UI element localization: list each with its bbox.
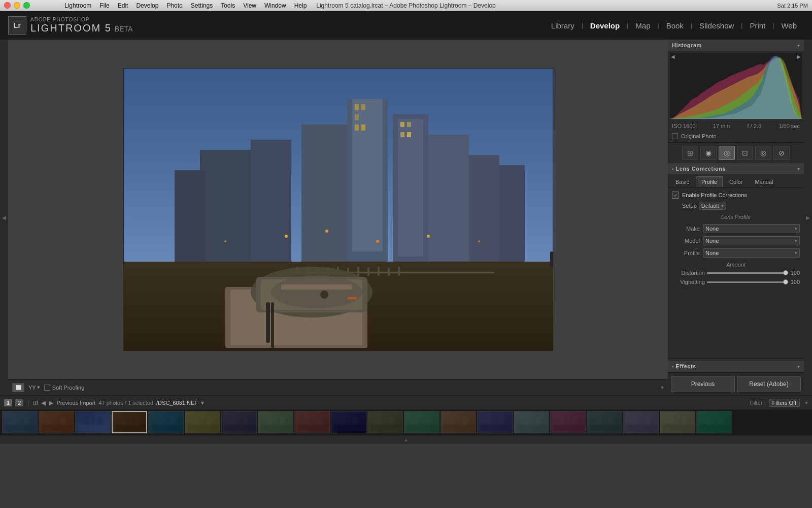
make-dropdown-arrow[interactable]: ▾ bbox=[795, 226, 797, 231]
file-dropdown-arrow[interactable]: ▾ bbox=[201, 399, 204, 406]
filter-select[interactable]: Filters Off bbox=[769, 399, 800, 407]
crop-tool-icon[interactable]: ◉ bbox=[700, 146, 717, 160]
film-thumbnail-12[interactable] bbox=[404, 411, 439, 433]
nav-library[interactable]: Library bbox=[544, 21, 582, 30]
soft-proofing-checkbox[interactable]: Soft Proofing bbox=[44, 385, 85, 391]
film-thumbnail-10[interactable] bbox=[331, 411, 366, 433]
lens-panel-collapse-icon[interactable]: ▪ bbox=[672, 166, 674, 172]
film-thumbnail-1[interactable] bbox=[2, 411, 38, 433]
tab-profile[interactable]: Profile bbox=[696, 176, 723, 187]
nav-map[interactable]: Map bbox=[628, 21, 657, 30]
menu-help[interactable]: Help bbox=[290, 2, 311, 9]
enable-profile-checkbox[interactable]: ✓ bbox=[672, 192, 679, 199]
film-thumbnail-6[interactable] bbox=[185, 411, 220, 433]
film-thumbnail-3[interactable] bbox=[75, 411, 111, 433]
film-thumbnail-8[interactable] bbox=[258, 411, 293, 433]
film-thumbnail-13[interactable] bbox=[441, 411, 476, 433]
filter-options-icon[interactable]: ▾ bbox=[805, 399, 808, 406]
histogram-collapse-arrow[interactable]: ▾ bbox=[797, 43, 800, 48]
adjustment-tool-icon[interactable]: ⊡ bbox=[737, 146, 753, 160]
svg-rect-91 bbox=[266, 416, 272, 425]
menu-window[interactable]: Window bbox=[260, 2, 290, 9]
histogram-header[interactable]: Histogram ▾ bbox=[668, 40, 804, 51]
distortion-slider[interactable] bbox=[707, 272, 786, 274]
retouch-tool-icon[interactable]: ◎ bbox=[755, 146, 771, 160]
next-nav-arrow[interactable]: ▶ bbox=[49, 399, 53, 406]
film-thumbnail-9[interactable] bbox=[294, 411, 330, 433]
toolbar-mode-dropdown[interactable]: ▾ bbox=[37, 384, 40, 391]
left-panel-toggle[interactable]: ◀ bbox=[0, 40, 8, 395]
menu-view[interactable]: View bbox=[239, 2, 260, 9]
film-thumbnail-17[interactable] bbox=[587, 411, 622, 433]
svg-point-25 bbox=[427, 235, 430, 238]
menu-tools[interactable]: Tools bbox=[217, 2, 239, 9]
bottom-handle[interactable]: ▲ bbox=[403, 437, 409, 442]
original-photo-checkbox[interactable] bbox=[672, 133, 678, 139]
view-mode-icon[interactable]: ⬜ bbox=[12, 383, 24, 392]
maximize-button[interactable] bbox=[23, 2, 30, 9]
film-thumbnail-5[interactable] bbox=[148, 411, 184, 433]
film-thumbnail-7[interactable] bbox=[221, 411, 257, 433]
menu-edit[interactable]: Edit bbox=[114, 2, 132, 9]
lens-corrections-header[interactable]: ▪ Lens Corrections ▾ bbox=[668, 163, 804, 174]
right-panel-toggle[interactable]: ▶ bbox=[804, 40, 812, 395]
current-file[interactable]: /DSC_6081.NEF bbox=[156, 400, 198, 406]
reset-button[interactable]: Reset (Adobe) bbox=[737, 376, 801, 392]
effects-header[interactable]: ▪ Effects ▾ bbox=[668, 361, 804, 372]
nav-slideshow[interactable]: Slideshow bbox=[692, 21, 741, 30]
tab-color[interactable]: Color bbox=[724, 176, 748, 187]
film-thumbnail-11[interactable] bbox=[367, 411, 403, 433]
grid-tool-icon[interactable]: ⊞ bbox=[682, 146, 698, 160]
soft-proof-check-box[interactable] bbox=[44, 385, 50, 391]
film-thumbnail-20[interactable] bbox=[696, 411, 732, 433]
prev-import-label[interactable]: Previous Import bbox=[56, 400, 95, 406]
tab-manual[interactable]: Manual bbox=[749, 176, 779, 187]
red-eye-tool-icon[interactable]: ⊘ bbox=[773, 146, 790, 160]
hist-clip-shadow[interactable]: ◀ bbox=[671, 54, 675, 59]
film-thumbnail-18[interactable] bbox=[623, 411, 659, 433]
setup-dropdown-arrow[interactable]: ▾ bbox=[721, 203, 724, 208]
toolbar-expand[interactable]: ▾ bbox=[661, 384, 664, 391]
window-controls[interactable] bbox=[4, 2, 30, 9]
setup-select[interactable]: Default ▾ bbox=[699, 202, 726, 210]
svg-rect-12 bbox=[407, 122, 411, 127]
develop-tool-icon[interactable]: ◎ bbox=[719, 146, 735, 160]
film-thumbnail-19[interactable] bbox=[660, 411, 695, 433]
main-layout: ◀ bbox=[0, 40, 812, 395]
film-thumbnail-14[interactable] bbox=[477, 411, 513, 433]
prev-nav-arrow[interactable]: ◀ bbox=[41, 399, 46, 406]
menu-settings[interactable]: Settings bbox=[187, 2, 217, 9]
nav-book[interactable]: Book bbox=[659, 21, 691, 30]
lens-corrections-arrow[interactable]: ▾ bbox=[797, 166, 800, 172]
menu-file[interactable]: File bbox=[95, 2, 113, 9]
filmstrip-tab-1[interactable]: 1 bbox=[4, 399, 12, 406]
close-button[interactable] bbox=[4, 2, 11, 9]
menu-photo[interactable]: Photo bbox=[162, 2, 186, 9]
film-thumbnail-16[interactable] bbox=[550, 411, 586, 433]
minimize-button[interactable] bbox=[14, 2, 20, 9]
effects-collapse-icon[interactable]: ▪ bbox=[672, 364, 674, 369]
model-select[interactable]: None ▾ bbox=[703, 236, 800, 245]
model-value: None bbox=[705, 238, 719, 244]
film-thumbnail-2[interactable] bbox=[39, 411, 74, 433]
hist-clip-highlight[interactable]: ▶ bbox=[797, 54, 801, 59]
nav-print[interactable]: Print bbox=[742, 21, 772, 30]
film-thumbnail-15[interactable] bbox=[514, 411, 549, 433]
nav-develop[interactable]: Develop bbox=[583, 21, 627, 30]
film-thumbnail-4[interactable] bbox=[112, 411, 147, 433]
model-dropdown-arrow[interactable]: ▾ bbox=[795, 238, 797, 243]
filmstrip-tab-2[interactable]: 2 bbox=[15, 399, 23, 406]
previous-button[interactable]: Previous bbox=[671, 376, 735, 392]
model-label: Model bbox=[672, 238, 700, 244]
vignetting-slider[interactable] bbox=[707, 281, 786, 283]
make-select[interactable]: None ▾ bbox=[703, 224, 800, 233]
effects-arrow[interactable]: ▾ bbox=[797, 364, 800, 369]
menu-develop[interactable]: Develop bbox=[132, 2, 162, 9]
nav-web[interactable]: Web bbox=[774, 21, 804, 30]
menu-bar: Lightroom File Edit Develop Photo Settin… bbox=[60, 2, 311, 9]
menu-lightroom[interactable]: Lightroom bbox=[60, 2, 95, 9]
grid-view-icon[interactable]: ⊞ bbox=[33, 399, 38, 406]
profile-select[interactable]: None ▾ bbox=[703, 248, 800, 258]
profile-dropdown-arrow[interactable]: ▾ bbox=[795, 250, 797, 256]
tab-basic[interactable]: Basic bbox=[670, 176, 695, 187]
